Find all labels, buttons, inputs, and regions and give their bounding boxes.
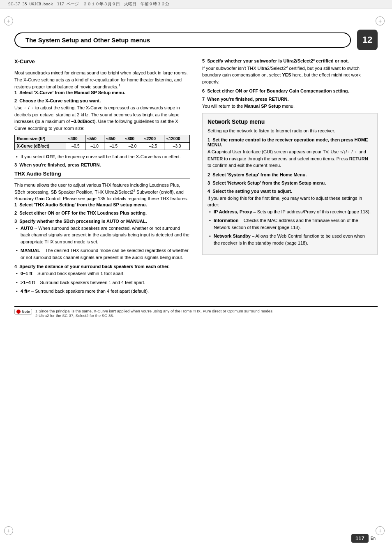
chapter-title: The System Setup and Other Setup menus	[25, 37, 150, 44]
xcurve-step1: 1 Select 'X-Curve' from the Manual SP Se…	[14, 90, 190, 95]
thx-step5-title: Specify whether your subwoofer is Ultra2…	[207, 58, 349, 63]
thx-step6-text: Select either ON or OFF for Boundary Gai…	[207, 88, 349, 93]
file-info-bar: SC-37_35_UXJCB.book 117 ページ ２０１０年３月９日 火曜…	[0, 0, 392, 9]
note-line1: 1 Since the principal is the same, X-Cur…	[35, 309, 274, 313]
thx-step3-manual: MANUAL – The desired THX surround mode c…	[14, 247, 190, 261]
thx-step6-header: 6 Select either ON or OFF for Boundary G…	[202, 88, 378, 93]
thx-audio-intro: This menu allows the user to adjust vari…	[14, 182, 190, 202]
thx-step2: 2 Select either ON or OFF for the THX Lo…	[14, 210, 190, 215]
xcurve-val-400: –0.5	[66, 143, 85, 150]
thx-step3: 3 Specify whether the SBch processing is…	[14, 219, 190, 261]
network-step1-body: A Graphical User Interface (GUI) screen …	[208, 148, 372, 169]
xcurve-step3: 3 When you're finished, press RETURN.	[14, 162, 190, 167]
thx-step4-0to1ft: 0–1 ft – Surround back speakers within 1…	[14, 270, 190, 277]
xcurve-table: Room size (ft²) ≤400 ≤550 ≤650 ≤800 ≤220…	[14, 135, 190, 150]
thx-step2-header: 2 Select either ON or OFF for the THX Lo…	[14, 210, 190, 215]
note-label: Note	[22, 310, 30, 314]
corner-mark-br	[376, 526, 388, 539]
xcurve-col-12000: ≤12000	[164, 135, 190, 143]
right-column: 5 Specify whether your subwoofer is Ultr…	[202, 58, 378, 298]
network-step3: 3 Select 'Network Setup' from the System…	[208, 180, 372, 185]
thx-step3-auto: AUTO – When surround back speakers are c…	[14, 225, 190, 245]
thx-step4-1to4ft: >1–4 ft – Surround back speakers between…	[14, 279, 190, 286]
thx-step5-body: If your subwoofer isn't THX Ultra2/Selec…	[202, 65, 378, 85]
corner-circle-br	[376, 526, 385, 535]
page-number-box: 117	[351, 534, 369, 543]
thx-step7-body: You will return to the Manual SP Setup m…	[202, 103, 378, 110]
thx-step1: 1 Select 'THX Audio Setting' from the Ma…	[14, 202, 190, 207]
network-step4-title: Select the setting you want to adjust.	[212, 189, 292, 194]
network-setup-intro: Setting up the network to listen to Inte…	[208, 127, 372, 134]
xcurve-col-800: ≤800	[123, 135, 142, 143]
page-container: SC-37_35_UXJCB.book 117 ページ ２０１０年３月９日 火曜…	[0, 0, 392, 555]
network-step2: 2 Select 'System Setup' from the Home Me…	[208, 172, 372, 177]
xcurve-table-data-row: X-Curve (dB/oct) –0.5 –1.0 –1.5 –2.0 –2.…	[15, 143, 190, 150]
page-footer: 117 En	[351, 534, 376, 543]
xcurve-val-650: –1.5	[104, 143, 123, 150]
xcurve-col-650: ≤650	[104, 135, 123, 143]
network-step4-body: If you are doing this for the first time…	[208, 195, 372, 208]
network-bullet-information: Information – Checks the MAC address and…	[208, 217, 372, 231]
chapter-header: The System Setup and Other Setup menus 1…	[14, 30, 378, 50]
corner-circle-tl	[4, 16, 13, 25]
thx-step5: 5 Specify whether your subwoofer is Ultr…	[202, 58, 378, 85]
thx-step1-text: Select 'THX Audio Setting' from the Manu…	[19, 202, 147, 207]
network-setup-section: Network Setup menu Setting up the networ…	[202, 113, 378, 255]
note-circle-icon	[16, 310, 21, 314]
thx-step7-title: When you're finished, press RETURN.	[207, 97, 288, 102]
network-step2-header: 2 Select 'System Setup' from the Home Me…	[208, 172, 372, 177]
file-info-text: SC-37_35_UXJCB.book 117 ページ ２０１０年３月９日 火曜…	[8, 2, 169, 6]
network-step4: 4 Select the setting you want to adjust.…	[208, 189, 372, 247]
thx-step1-header: 1 Select 'THX Audio Setting' from the Ma…	[14, 202, 190, 207]
thx-continued-section: 5 Specify whether your subwoofer is Ultr…	[202, 58, 378, 110]
left-column: X-Curve Most soundtracks mixed for cinem…	[14, 58, 190, 298]
xcurve-col-header-label: Room size (ft²)	[15, 135, 66, 143]
xcurve-col-550: ≤550	[85, 135, 104, 143]
xcurve-table-header-row: Room size (ft²) ≤400 ≤550 ≤650 ≤800 ≤220…	[15, 135, 190, 143]
thx-step5-header: 5 Specify whether your subwoofer is Ultr…	[202, 58, 378, 63]
xcurve-step3-header: 3 When you're finished, press RETURN.	[14, 162, 190, 167]
xcurve-heading: X-Curve	[14, 58, 190, 66]
xcurve-val-2200: –2.5	[142, 143, 164, 150]
network-step1-header: 1 Set the remote control to the receiver…	[208, 137, 372, 147]
corner-circle-tr	[376, 16, 385, 25]
network-bullet-ipaddress: IP Address, Proxy – Sets up the IP addre…	[208, 208, 372, 215]
xcurve-col-400: ≤400	[66, 135, 85, 143]
xcurve-intro: Most soundtracks mixed for cinema sound …	[14, 69, 190, 90]
xcurve-step3-text: When you're finished, press RETURN.	[19, 162, 101, 167]
xcurve-col-2200: ≤2200	[142, 135, 164, 143]
note-line2: 2 Ultra2 for the SC-37, Select2 for the …	[35, 313, 274, 318]
thx-step4: 4 Specify the distance of your surround …	[14, 264, 190, 295]
xcurve-row-label: X-Curve (dB/oct)	[15, 143, 66, 150]
network-step3-text: Select 'Network Setup' from the System S…	[212, 180, 326, 185]
network-step3-header: 3 Select 'Network Setup' from the System…	[208, 180, 372, 185]
xcurve-step1-number: 1	[14, 90, 17, 95]
network-bullet-standby: Network Standby – Allows the Web Control…	[208, 233, 372, 246]
chapter-number-box: 12	[357, 30, 378, 50]
thx-step3-title: Specify whether the SBch processing is A…	[19, 219, 147, 224]
xcurve-step2-header: 2 Choose the X-Curve setting you want.	[14, 98, 190, 103]
xcurve-step2-title: Choose the X-Curve setting you want.	[19, 98, 101, 103]
note-icon: Note	[14, 309, 32, 314]
corner-circle-bl	[4, 526, 13, 535]
thx-step6: 6 Select either ON or OFF for Boundary G…	[202, 88, 378, 93]
chapter-number: 12	[362, 35, 372, 45]
network-step2-text: Select 'System Setup' from the Home Menu…	[212, 172, 307, 177]
corner-mark-tr	[376, 16, 388, 29]
network-setup-heading: Network Setup menu	[208, 118, 372, 125]
xcurve-section: X-Curve Most soundtracks mixed for cinem…	[14, 58, 190, 167]
thx-step7-header: 7 When you're finished, press RETURN.	[202, 97, 378, 102]
xcurve-val-12000: –3.0	[164, 143, 190, 150]
network-step1-title: Set the remote control to the receiver o…	[208, 137, 368, 147]
xcurve-off-note: If you select OFF, the frequency curve w…	[14, 153, 190, 160]
xcurve-val-550: –1.0	[85, 143, 104, 150]
xcurve-step2: 2 Choose the X-Curve setting you want. U…	[14, 98, 190, 132]
thx-audio-heading: THX Audio Setting	[14, 171, 190, 178]
thx-audio-section: THX Audio Setting This menu allows the u…	[14, 171, 190, 295]
thx-step4-title: Specify the distance of your surround ba…	[19, 264, 170, 269]
network-step4-header: 4 Select the setting you want to adjust.	[208, 189, 372, 194]
thx-step4-header: 4 Specify the distance of your surround …	[14, 264, 190, 269]
note-text: 1 Since the principal is the same, X-Cur…	[35, 309, 274, 318]
page-lang: En	[371, 536, 376, 541]
thx-step4-4ft: 4 ft< – Surround back speakers more than…	[14, 288, 190, 295]
